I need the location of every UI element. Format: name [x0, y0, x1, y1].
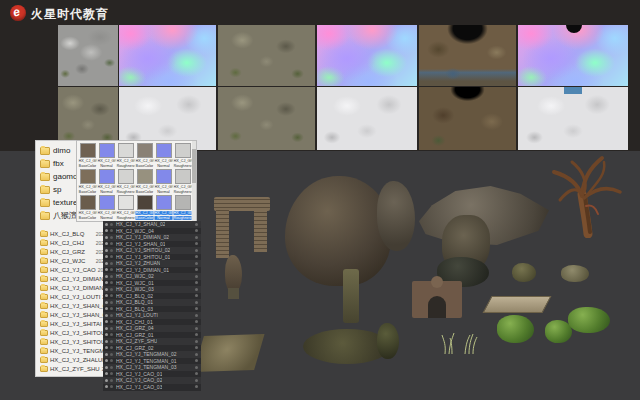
file-row[interactable]: HX_CJ_YJ_SHAN_02 202 [36, 310, 106, 319]
shadow-toggle-icon[interactable] [110, 385, 113, 388]
visibility-toggle-icon[interactable] [105, 307, 108, 310]
file-list: HX_CJ_BLQ 202 HX_CJ_CHJ 202 HX_CJ_GRZ 20… [36, 229, 106, 373]
texture-cell[interactable]: HX_CJ_GRZ_0 BaseColor [78, 169, 97, 195]
visibility-toggle-icon[interactable] [105, 249, 108, 252]
texture-cell[interactable]: HX_CJ_GRZ_0 Roughness [116, 169, 135, 195]
shadow-toggle-icon[interactable] [110, 275, 113, 278]
file-row[interactable]: HX_CJ_GRZ 202 [36, 247, 106, 256]
file-row[interactable]: HX_CJ_YJ_SHITOU_01 202 [36, 328, 106, 337]
texture-cell[interactable]: HX_CJ_GRZ_0 Normal [97, 143, 116, 169]
visibility-toggle-icon[interactable] [105, 366, 108, 369]
visibility-toggle-icon[interactable] [105, 223, 108, 226]
texture-cell[interactable]: HX_CJ_GRZ_0 Roughness [173, 169, 192, 195]
texture-cell[interactable]: HX_CJ_GRZ_0 Roughness [116, 195, 135, 221]
file-row[interactable]: HX_CJ_YJ_CAO 202 [36, 265, 106, 274]
visibility-toggle-icon[interactable] [105, 385, 108, 388]
visibility-toggle-icon[interactable] [105, 353, 108, 356]
visibility-toggle-icon[interactable] [105, 242, 108, 245]
file-row[interactable]: HX_CJ_YJ_SHITAI 202 [36, 319, 106, 328]
outliner-row[interactable]: HX_CJ_YJ_CAO_03 [103, 384, 201, 391]
texture-cell[interactable]: HX_CJ_GRZ_0 Normal [97, 195, 116, 221]
outliner-item-name: HX_CJ_WJC_01 [116, 280, 154, 286]
shadow-toggle-icon[interactable] [110, 281, 113, 284]
shadow-toggle-icon[interactable] [110, 249, 113, 252]
shadow-toggle-icon[interactable] [110, 288, 113, 291]
visibility-toggle-icon[interactable] [105, 379, 108, 382]
shadow-toggle-icon[interactable] [110, 359, 113, 362]
visibility-toggle-icon[interactable] [105, 281, 108, 284]
visibility-toggle-icon[interactable] [105, 320, 108, 323]
shadow-toggle-icon[interactable] [110, 294, 113, 297]
folder-icon [40, 330, 48, 336]
visibility-toggle-icon[interactable] [105, 236, 108, 239]
shadow-toggle-icon[interactable] [110, 307, 113, 310]
visibility-toggle-icon[interactable] [105, 275, 108, 278]
shadow-toggle-icon[interactable] [110, 255, 113, 258]
file-row[interactable]: HX_CJ_YJ_SHAN_01 202 [36, 301, 106, 310]
shadow-toggle-icon[interactable] [110, 333, 113, 336]
shadow-toggle-icon[interactable] [110, 340, 113, 343]
visibility-toggle-icon[interactable] [105, 333, 108, 336]
visibility-toggle-icon[interactable] [105, 372, 108, 375]
outliner-item-name: HX_CJ_YJ_CAO_03 [116, 384, 162, 390]
visibility-toggle-icon[interactable] [105, 346, 108, 349]
visibility-toggle-icon[interactable] [105, 340, 108, 343]
shadow-toggle-icon[interactable] [110, 236, 113, 239]
shadow-toggle-icon[interactable] [110, 223, 113, 226]
shadow-toggle-icon[interactable] [110, 262, 113, 265]
shadow-toggle-icon[interactable] [110, 301, 113, 304]
lock-dot-icon [195, 314, 198, 317]
shadow-toggle-icon[interactable] [110, 366, 113, 369]
visibility-toggle-icon[interactable] [105, 359, 108, 362]
shadow-toggle-icon[interactable] [110, 242, 113, 245]
file-row[interactable]: HX_CJ_YJ_LOUTI 202 [36, 292, 106, 301]
file-row[interactable]: HX_CJ_BLQ 202 [36, 229, 106, 238]
texture-thumbnail [80, 143, 96, 158]
viewport-canvas[interactable] [150, 151, 640, 400]
shadow-toggle-icon[interactable] [110, 353, 113, 356]
texture-cell[interactable]: HX_CJ_GRZ_0 BaseColor [78, 195, 97, 221]
lock-dot-icon [195, 255, 198, 258]
shadow-toggle-icon[interactable] [110, 320, 113, 323]
outliner-item-name: HX_CJ_YJ_SHAN_02 [116, 221, 165, 227]
shadow-toggle-icon[interactable] [110, 268, 113, 271]
file-row[interactable]: HX_CJ_ZYF_SHU 202 [36, 364, 106, 373]
file-row[interactable]: HX_CJ_YJ_TENGMAN 202 [36, 346, 106, 355]
shadow-toggle-icon[interactable] [110, 379, 113, 382]
shadow-toggle-icon[interactable] [110, 346, 113, 349]
shadow-toggle-icon[interactable] [110, 229, 113, 232]
visibility-toggle-icon[interactable] [105, 314, 108, 317]
texture-cell[interactable]: HX_CJ_GRZ_0 Roughness [173, 195, 192, 221]
visibility-toggle-icon[interactable] [105, 288, 108, 291]
texture-cell[interactable]: HX_CJ_GRZ_0 Normal [97, 169, 116, 195]
file-row[interactable]: HX_CJ_YJ_DIMIAN_02 202 [36, 283, 106, 292]
file-row[interactable]: HX_CJ_YJ_DIMIAN_01 202 [36, 274, 106, 283]
visibility-toggle-icon[interactable] [105, 294, 108, 297]
visibility-toggle-icon[interactable] [105, 255, 108, 258]
file-row[interactable]: HX_CJ_YJ_ZHALUN 202 [36, 355, 106, 364]
mushroom-rock-trunk [343, 269, 359, 323]
texture-cell[interactable]: HX_CJ_GRZ_0 Normal [154, 195, 173, 221]
texture-cell[interactable]: HX_CJ_GRZ_0 BaseColor [135, 195, 154, 221]
file-name: HX_CJ_GRZ [50, 249, 85, 255]
shadow-toggle-icon[interactable] [110, 372, 113, 375]
visibility-toggle-icon[interactable] [105, 327, 108, 330]
texture-cell[interactable]: HX_CJ_GRZ_0 Normal [154, 143, 173, 169]
texture-cell[interactable]: HX_CJ_GRZ_0 BaseColor [78, 143, 97, 169]
visibility-toggle-icon[interactable] [105, 301, 108, 304]
file-row[interactable]: HX_CJ_WJC 202 [36, 256, 106, 265]
visibility-toggle-icon[interactable] [105, 229, 108, 232]
file-row[interactable]: HX_CJ_YJ_SHITOU_02 202 [36, 337, 106, 346]
texture-cell[interactable]: HX_CJ_GRZ_0 BaseColor [135, 169, 154, 195]
texture-cell[interactable]: HX_CJ_GRZ_0 Normal [154, 169, 173, 195]
texture-cell[interactable]: HX_CJ_GRZ_0 Roughness [173, 143, 192, 169]
visibility-toggle-icon[interactable] [105, 262, 108, 265]
texture-cell[interactable]: HX_CJ_GRZ_0 BaseColor [135, 143, 154, 169]
texture-cell[interactable]: HX_CJ_GRZ_0 Roughness [116, 143, 135, 169]
texture-scrollbar[interactable] [192, 141, 196, 221]
shadow-toggle-icon[interactable] [110, 327, 113, 330]
texture-filename: HX_CJ_GRZ_0 [116, 185, 134, 189]
visibility-toggle-icon[interactable] [105, 268, 108, 271]
shadow-toggle-icon[interactable] [110, 314, 113, 317]
file-row[interactable]: HX_CJ_CHJ 202 [36, 238, 106, 247]
